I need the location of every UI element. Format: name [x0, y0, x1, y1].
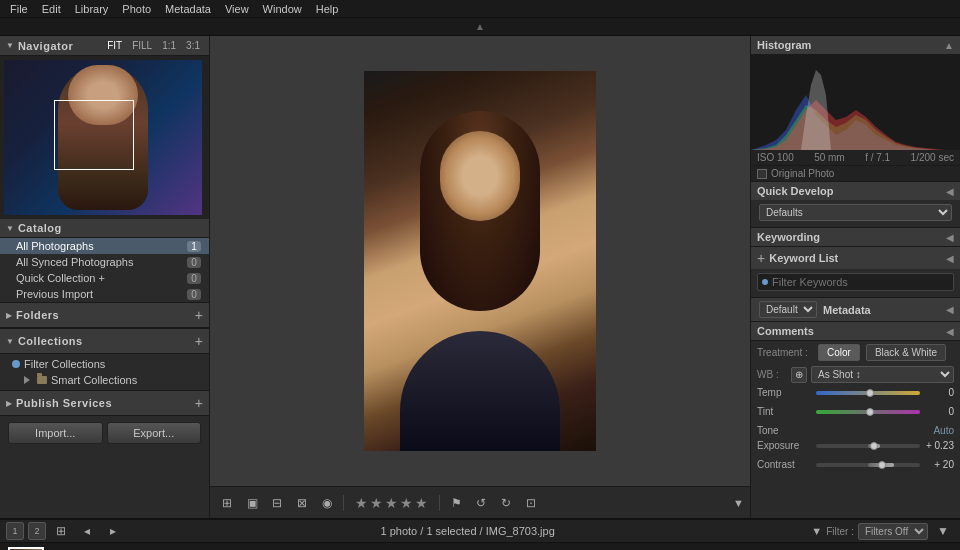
- crop-button[interactable]: ⊡: [520, 492, 542, 514]
- keywording-header[interactable]: Keywording ◀: [751, 228, 960, 246]
- menu-edit[interactable]: Edit: [36, 2, 67, 16]
- import-button[interactable]: Import...: [8, 422, 103, 444]
- top-arrow-icon[interactable]: ▲: [475, 21, 485, 32]
- publish-services-header[interactable]: ▶ Publish Services +: [0, 390, 209, 416]
- reject-button[interactable]: ↺: [470, 492, 492, 514]
- filter-collections-item[interactable]: Filter Collections: [0, 356, 209, 372]
- zoom-fill[interactable]: FILL: [129, 39, 155, 52]
- menu-help[interactable]: Help: [310, 2, 345, 16]
- filmstrip-filter-select[interactable]: Filters Off: [858, 523, 928, 540]
- zoom-fit[interactable]: FIT: [104, 39, 125, 52]
- navigator-title: Navigator: [18, 40, 73, 52]
- filmstrip-dropdown-button[interactable]: ▼: [932, 520, 954, 542]
- menu-photo[interactable]: Photo: [116, 2, 157, 16]
- publish-services-title: Publish Services: [16, 397, 112, 409]
- temp-value: 0: [924, 387, 954, 398]
- bw-treatment-button[interactable]: Black & White: [866, 344, 946, 361]
- star-5[interactable]: ★: [415, 495, 428, 511]
- filmstrip-view1-button[interactable]: 1: [6, 522, 24, 540]
- histogram-iso: ISO 100: [757, 152, 794, 163]
- quick-develop-collapse-icon: ◀: [946, 186, 954, 197]
- tint-value: 0: [924, 406, 954, 417]
- metadata-section: Default Metadata ◀: [751, 298, 960, 322]
- collections-add-button[interactable]: +: [195, 333, 203, 349]
- star-2[interactable]: ★: [370, 495, 383, 511]
- tint-slider[interactable]: [816, 410, 920, 414]
- zoom-1-1[interactable]: 1:1: [159, 39, 179, 52]
- main-layout: ▼ Navigator FIT FILL 1:1 3:1 ▼: [0, 36, 960, 518]
- collections-header[interactable]: ▼ Collections +: [0, 328, 209, 354]
- star-4[interactable]: ★: [400, 495, 413, 511]
- histogram-collapse-icon: ▲: [944, 40, 954, 51]
- star-1[interactable]: ★: [355, 495, 368, 511]
- quick-develop-title: Quick Develop: [757, 185, 833, 197]
- export-button[interactable]: Export...: [107, 422, 202, 444]
- publish-services-collapse-icon: ▶: [6, 399, 12, 408]
- metadata-preset-select[interactable]: Default: [759, 301, 817, 318]
- catalog-all-photos-count: 1: [187, 241, 201, 252]
- folders-add-button[interactable]: +: [195, 307, 203, 323]
- filmstrip-path-dropdown[interactable]: ▼: [811, 525, 822, 537]
- loupe-view-button[interactable]: ▣: [241, 492, 263, 514]
- navigator-thumbnail[interactable]: [0, 56, 209, 219]
- flag-button[interactable]: ⚑: [445, 492, 467, 514]
- tint-row: Tint 0: [751, 404, 960, 419]
- navigator-header[interactable]: ▼ Navigator FIT FILL 1:1 3:1: [0, 36, 209, 56]
- left-panel-scroll: ▼ Catalog All Photographs 1 All Synced P…: [0, 219, 209, 518]
- catalog-all-photos-label: All Photographs: [16, 240, 187, 252]
- catalog-quick-collection[interactable]: Quick Collection + 0: [0, 270, 209, 286]
- histogram-title: Histogram: [757, 39, 811, 51]
- filmstrip-view2-button[interactable]: 2: [28, 522, 46, 540]
- wb-eyedropper-button[interactable]: ⊕: [791, 367, 807, 383]
- tone-auto-button[interactable]: Auto: [933, 425, 954, 436]
- filmstrip-grid-button[interactable]: ⊞: [50, 520, 72, 542]
- exposure-slider[interactable]: [816, 444, 920, 448]
- menu-view[interactable]: View: [219, 2, 255, 16]
- color-treatment-button[interactable]: Color: [818, 344, 860, 361]
- menu-metadata[interactable]: Metadata: [159, 2, 217, 16]
- smart-collections-item[interactable]: Smart Collections: [0, 372, 209, 388]
- publish-services-add-button[interactable]: +: [195, 395, 203, 411]
- menu-file[interactable]: File: [4, 2, 34, 16]
- wb-select[interactable]: As Shot ↕ Auto Daylight Cloudy: [811, 366, 954, 383]
- histogram-header[interactable]: Histogram ▲: [751, 36, 960, 55]
- rotate-cw-button[interactable]: ↻: [495, 492, 517, 514]
- keyword-list-add-icon[interactable]: +: [757, 250, 765, 266]
- keyword-list-header[interactable]: + Keyword List ◀: [751, 247, 960, 269]
- catalog-content: All Photographs 1 All Synced Photographs…: [0, 238, 209, 302]
- keyword-filter-input[interactable]: [772, 276, 949, 288]
- menu-library[interactable]: Library: [69, 2, 115, 16]
- grid-view-button[interactable]: ⊞: [216, 492, 238, 514]
- quick-develop-header[interactable]: Quick Develop ◀: [751, 182, 960, 200]
- qd-preset-select[interactable]: Defaults: [759, 204, 952, 221]
- photo-display[interactable]: [210, 36, 750, 486]
- comments-header[interactable]: Comments ◀: [751, 322, 960, 340]
- menu-window[interactable]: Window: [257, 2, 308, 16]
- compare-view-button[interactable]: ⊟: [266, 492, 288, 514]
- keyword-filter-dot-icon: [762, 279, 768, 285]
- catalog-synced-photos-label: All Synced Photographs: [16, 256, 187, 268]
- filmstrip-next-button[interactable]: ▸: [102, 520, 124, 542]
- camera-overlay-button[interactable]: ◉: [316, 492, 338, 514]
- keyword-list-content: [751, 269, 960, 297]
- top-collapse-bar[interactable]: ▲: [0, 18, 960, 36]
- metadata-header[interactable]: Default Metadata ◀: [751, 298, 960, 321]
- contrast-slider[interactable]: [816, 463, 920, 467]
- original-photo-checkbox[interactable]: [757, 169, 767, 179]
- catalog-all-photos[interactable]: All Photographs 1: [0, 238, 209, 254]
- catalog-synced-photos[interactable]: All Synced Photographs 0: [0, 254, 209, 270]
- star-3[interactable]: ★: [385, 495, 398, 511]
- zoom-3-1[interactable]: 3:1: [183, 39, 203, 52]
- survey-view-button[interactable]: ⊠: [291, 492, 313, 514]
- publish-services-header-left: ▶ Publish Services: [6, 397, 112, 409]
- temp-row: Temp 0: [751, 385, 960, 400]
- catalog-previous-import[interactable]: Previous Import 0: [0, 286, 209, 302]
- histogram-section: Histogram ▲ ISO 100: [751, 36, 960, 182]
- import-export-buttons: Import... Export...: [0, 416, 209, 450]
- filmstrip-prev-button[interactable]: ◂: [76, 520, 98, 542]
- catalog-header[interactable]: ▼ Catalog: [0, 219, 209, 238]
- filter-collections-label: Filter Collections: [24, 358, 105, 370]
- toolbar-dropdown[interactable]: ▼: [733, 497, 744, 509]
- folders-header[interactable]: ▶ Folders +: [0, 302, 209, 328]
- temp-slider[interactable]: [816, 391, 920, 395]
